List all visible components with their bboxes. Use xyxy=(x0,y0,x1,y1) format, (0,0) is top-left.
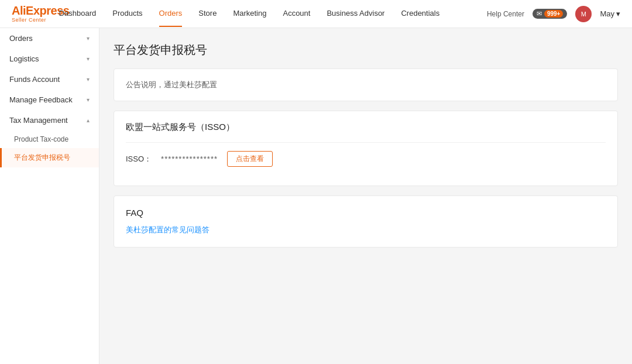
notice-card: 公告说明，通过美杜莎配置 xyxy=(114,68,618,101)
layout: Orders ▾ Logistics ▾ Funds Account ▾ Man… xyxy=(0,28,632,364)
chevron-down-icon: ▾ xyxy=(87,97,90,103)
chevron-down-icon: ▾ xyxy=(87,56,90,62)
notice-text: 公告说明，通过美杜莎配置 xyxy=(126,80,217,89)
nav-business-advisor[interactable]: Business Advisor xyxy=(327,9,384,19)
nav-marketing[interactable]: Marketing xyxy=(233,9,266,19)
messages-icon: ✉ xyxy=(537,10,542,18)
sidebar-item-orders[interactable]: Orders ▾ xyxy=(0,28,99,49)
isso-section-title: 欧盟一站式服务号（ISSO） xyxy=(126,122,606,133)
page-title: 平台发货申报税号 xyxy=(114,42,618,58)
nav-links: Dashboard Products Orders Store Marketin… xyxy=(12,9,487,19)
chevron-down-icon: ▾ xyxy=(87,35,90,42)
sidebar-sub-product-taxcode-label: Product Tax-code xyxy=(14,135,68,143)
isso-label: ISSO： xyxy=(126,154,152,164)
chevron-down-icon: ▾ xyxy=(87,76,90,83)
nav-credentials[interactable]: Credentials xyxy=(401,9,439,19)
faq-link[interactable]: 美杜莎配置的常见问题答 xyxy=(126,225,209,234)
messages-button[interactable]: ✉ 999+ xyxy=(533,9,568,19)
view-isso-button[interactable]: 点击查看 xyxy=(227,151,273,167)
sidebar-item-orders-label: Orders xyxy=(9,34,33,43)
chevron-up-icon: ▴ xyxy=(87,117,90,123)
messages-badge: 999+ xyxy=(544,10,564,18)
sidebar-sub-platform-tax[interactable]: 平台发货申报税号 xyxy=(0,148,99,167)
nav-products[interactable]: Products xyxy=(112,9,142,19)
sidebar-item-funds-account[interactable]: Funds Account ▾ xyxy=(0,69,99,90)
sidebar-item-funds-label: Funds Account xyxy=(9,75,60,84)
sidebar-item-feedback-label: Manage Feedback xyxy=(9,95,73,104)
isso-value: **************** xyxy=(161,154,218,163)
avatar-initial: M xyxy=(581,11,586,18)
top-nav: AliExpress Seller Center Dashboard Produ… xyxy=(0,0,632,28)
nav-store[interactable]: Store xyxy=(198,9,217,19)
sidebar-sub-product-taxcode[interactable]: Product Tax-code xyxy=(0,131,99,148)
nav-dashboard[interactable]: Dashboard xyxy=(59,9,97,19)
sidebar-item-manage-feedback[interactable]: Manage Feedback ▾ xyxy=(0,90,99,110)
avatar: M xyxy=(575,6,592,22)
user-name[interactable]: May ▾ xyxy=(600,9,620,18)
main-content: 平台发货申报税号 公告说明，通过美杜莎配置 欧盟一站式服务号（ISSO） ISS… xyxy=(99,28,632,364)
faq-card: FAQ 美杜莎配置的常见问题答 xyxy=(114,195,618,248)
faq-title: FAQ xyxy=(126,208,606,218)
sidebar-item-tax-management[interactable]: Tax Management ▴ xyxy=(0,110,99,131)
isso-card: 欧盟一站式服务号（ISSO） ISSO： **************** 点击… xyxy=(114,111,618,186)
nav-orders[interactable]: Orders xyxy=(159,9,183,19)
sidebar-sub-platform-tax-label: 平台发货申报税号 xyxy=(14,153,70,162)
sidebar-item-tax-label: Tax Management xyxy=(9,116,68,125)
isso-row: ISSO： **************** 点击查看 xyxy=(126,143,606,175)
nav-right: Help Center ✉ 999+ M May ▾ xyxy=(487,6,620,22)
help-center-link[interactable]: Help Center xyxy=(487,10,524,18)
user-chevron-icon: ▾ xyxy=(616,9,620,18)
sidebar-item-logistics-label: Logistics xyxy=(9,54,39,63)
sidebar-item-logistics[interactable]: Logistics ▾ xyxy=(0,49,99,69)
sidebar: Orders ▾ Logistics ▾ Funds Account ▾ Man… xyxy=(0,28,99,364)
nav-account[interactable]: Account xyxy=(283,9,310,19)
